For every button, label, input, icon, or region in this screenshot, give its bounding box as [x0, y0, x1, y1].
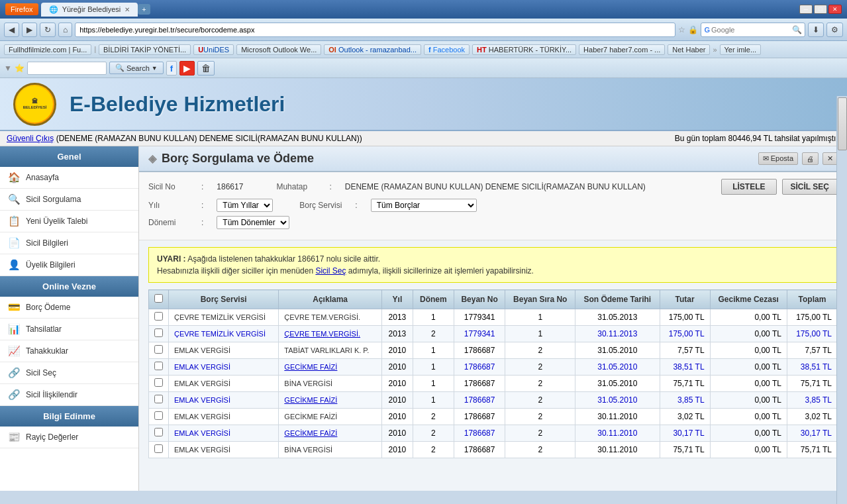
trash-icon-btn[interactable]: 🗑 [197, 61, 215, 76]
close-button[interactable]: ✕ [828, 5, 842, 14]
forward-button[interactable]: ▶ [22, 23, 37, 37]
bookmark-4[interactable]: Ol Outlook - ramazanbad... [324, 44, 421, 55]
donem-select[interactable]: Tüm Dönemler 1 2 [217, 216, 289, 229]
minimize-button[interactable]: ─ [799, 5, 813, 14]
select-all-checkbox[interactable] [154, 294, 163, 303]
row-checkbox-cell[interactable] [149, 326, 169, 342]
bookmark-3[interactable]: Microsoft Outlook We... [236, 44, 321, 55]
browser-titlebar: Firefox 🌐 Yüreğir Belediyesi ✕ + ─ □ ✕ [0, 0, 847, 19]
data-table: Borç Servisi Açıklama Yıl Dönem Beyan No… [148, 289, 838, 458]
borc-servisi-select[interactable]: Tüm Borçlar Çevre Temizlik Vergisi Emlak… [371, 199, 477, 212]
ssl-icon: 🔒 [688, 25, 698, 34]
sicil-sec-warning-link[interactable]: Sicil Seç [315, 266, 346, 276]
google-search-icon[interactable]: 🔍 [792, 25, 802, 34]
row-borc-servisi: EMLAK VERGİSİ [169, 425, 279, 442]
yil-select[interactable]: Tüm Yıllar 2013 2012 2011 2010 [217, 199, 273, 212]
sidebar-item-sicil-sec[interactable]: 🔗 Sicil Seç [0, 362, 138, 384]
bookmark-0[interactable]: Fullhdfilmizle.com | Fu... [4, 44, 91, 55]
sicil-sec-button[interactable]: SİCİL SEÇ [782, 179, 838, 195]
toolbar-search-input[interactable] [27, 62, 107, 75]
sidebar-item-anasayfa[interactable]: 🏠 Anasayfa [0, 167, 138, 189]
reload-button[interactable]: ↻ [40, 23, 56, 37]
firefox-button[interactable]: Firefox [5, 3, 38, 15]
eposta-button[interactable]: ✉ Eposta [758, 152, 798, 165]
row-checkbox[interactable] [154, 428, 163, 436]
row-gecikme: 0,00 TL [710, 392, 787, 409]
sidebar-item-tahsilatlar[interactable]: 📊 Tahsilatlar [0, 319, 138, 340]
sidebar-item-sicil-iliskilendir[interactable]: 🔗 Sicil İlişkilendir [0, 384, 138, 406]
row-tutar: 75,71 TL [660, 376, 710, 392]
row-aciklama: GECİKME FAİZİ [279, 425, 382, 442]
row-toplam: 7,57 TL [787, 342, 837, 359]
row-checkbox-cell[interactable] [149, 425, 169, 442]
new-tab-button[interactable]: + [138, 4, 150, 15]
back-button[interactable]: ◀ [4, 23, 19, 37]
row-checkbox[interactable] [154, 395, 163, 403]
row-checkbox-cell[interactable] [149, 409, 169, 425]
content-close-button[interactable]: ✕ [822, 152, 838, 165]
tab-close-icon[interactable]: ✕ [125, 6, 130, 13]
bookmark-5[interactable]: f Facebook [424, 44, 470, 55]
bookmark-1[interactable]: BİLDİRİ TAKİP YÖNETİ... [99, 44, 191, 55]
row-tutar: 30,17 TL [660, 425, 710, 442]
page-content: 🏛 BELEDİYESİ E-Belediye Hizmetleri Güven… [0, 78, 847, 491]
sidebar-item-sicil-sorgulama[interactable]: 🔍 Sicil Sorgulama [0, 189, 138, 211]
download-button[interactable]: ⬇ [808, 23, 824, 37]
row-beyan-sira-no: 2 [505, 442, 575, 458]
search-dropdown-icon[interactable]: ▼ [152, 65, 158, 72]
row-checkbox-cell[interactable] [149, 359, 169, 376]
row-checkbox-cell[interactable] [149, 309, 169, 326]
row-checkbox[interactable] [154, 312, 163, 321]
muhatap-value: DENEME (RAMAZAN BUNU KULLAN) DENEME SICI… [345, 182, 646, 191]
toolbar-search-button[interactable]: 🔍 Search ▼ [109, 62, 164, 74]
print-button[interactable]: 🖨 [802, 152, 819, 165]
row-beyan-sira-no: 2 [505, 376, 575, 392]
sidebar-item-sicil-bilgileri[interactable]: 📄 Sicil Bilgileri [0, 232, 138, 254]
row-yil: 2010 [381, 376, 413, 392]
bookmark-8[interactable]: Net Haber [668, 44, 710, 55]
warning-text-2: Hesabınızla ilişkili diğer siciller için… [157, 266, 313, 276]
google-search-input[interactable] [711, 26, 791, 34]
row-gecikme: 0,00 TL [710, 442, 787, 458]
listele-button[interactable]: LİSTELE [721, 179, 776, 195]
maximize-button[interactable]: □ [814, 5, 827, 14]
row-son-odeme: 30.11.2010 [575, 409, 660, 425]
play-icon-btn[interactable]: ▶ [179, 61, 195, 76]
address-bar[interactable] [75, 23, 675, 37]
sidebar-genel-title: Genel [0, 146, 138, 167]
row-checkbox[interactable] [154, 378, 163, 387]
sidebar-item-borc-odeme[interactable]: 💳 Borç Ödeme [0, 297, 138, 319]
row-checkbox-cell[interactable] [149, 342, 169, 359]
bookmark-7[interactable]: Haber7 haber7.com - ... [579, 44, 665, 55]
warning-text-1: Aşağıda listelenen tahakkuklar 186617 no… [187, 254, 380, 264]
sidebar-item-tahakkuklar[interactable]: 📈 Tahakkuklar [0, 340, 138, 362]
row-checkbox[interactable] [154, 345, 163, 354]
row-toplam: 175,00 TL [787, 326, 837, 342]
row-checkbox[interactable] [154, 444, 163, 453]
bookmark-6[interactable]: HT HABERTÜRK - TÜRKİY... [472, 44, 576, 55]
row-checkbox-cell[interactable] [149, 392, 169, 409]
facebook-icon-btn[interactable]: f [166, 61, 177, 76]
table-row: EMLAK VERGİSİ GECİKME FAİZİ 2010 1 17866… [149, 359, 838, 376]
row-checkbox[interactable] [154, 362, 163, 370]
settings-button[interactable]: ⚙ [826, 23, 843, 37]
browser-tab[interactable]: 🌐 Yüreğir Belediyesi ✕ [41, 3, 138, 17]
site-title: E-Belediye Hizmetleri [70, 92, 285, 117]
scrollbar[interactable] [836, 96, 847, 491]
home-button[interactable]: ⌂ [58, 23, 72, 37]
star-icon[interactable]: ☆ [678, 25, 685, 34]
row-gecikme: 0,00 TL [710, 359, 787, 376]
sidebar-item-rayic-degerler[interactable]: 📰 Rayiç Değerler [0, 427, 138, 448]
scrollbar-thumb[interactable] [838, 97, 847, 150]
yer-imleri-btn[interactable]: Yer imle... [720, 44, 762, 55]
sidebar-item-uyelik-bilgileri[interactable]: 👤 Üyelik Bilgileri [0, 254, 138, 276]
tahsilat-icon: 📊 [8, 323, 21, 335]
row-checkbox[interactable] [154, 411, 163, 420]
bookmark-2[interactable]: UUniDES [193, 44, 234, 55]
guvenli-cikis-link[interactable]: Güvenli Çıkış [7, 134, 54, 143]
sidebar-item-yeni-uyelik-talebi[interactable]: 📋 Yeni Üyelik Talebi [0, 211, 138, 232]
sidebar-yeni-uyelik-label: Yeni Üyelik Talebi [26, 217, 87, 226]
row-checkbox-cell[interactable] [149, 442, 169, 458]
row-checkbox-cell[interactable] [149, 376, 169, 392]
row-checkbox[interactable] [154, 328, 163, 337]
